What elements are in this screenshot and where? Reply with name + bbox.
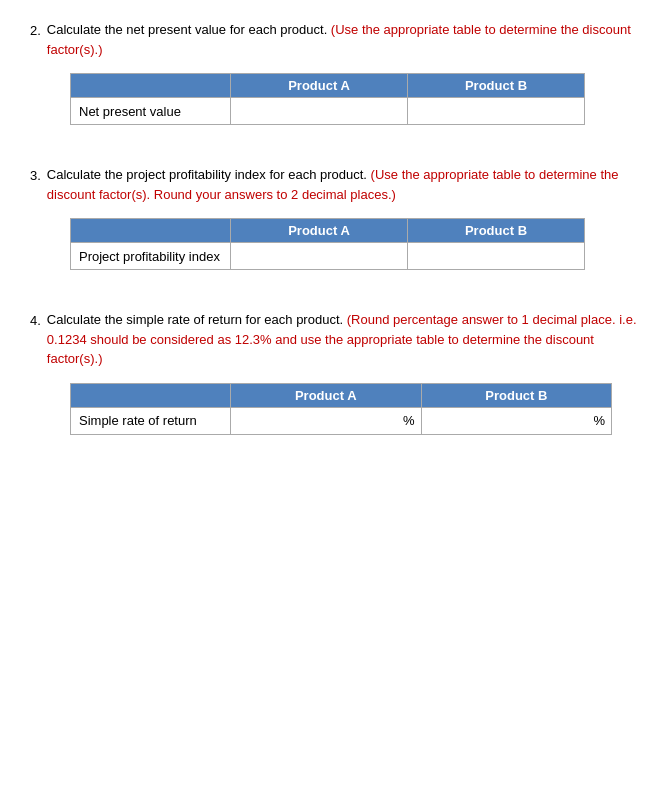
question-2: 2. Calculate the net present value for e… [30, 20, 641, 125]
question-4-table: Product A Product B Simple rate of retur… [70, 383, 612, 435]
question-3-table-wrapper: Product A Product B Project profitabilit… [70, 218, 641, 270]
q4-input-val1[interactable] [235, 413, 403, 428]
q2-header-empty [71, 74, 231, 98]
question-4-label: 4. Calculate the simple rate of return f… [30, 310, 641, 369]
q2-cell-val1[interactable] [231, 98, 408, 125]
q3-header-col2: Product B [408, 219, 585, 243]
q2-cell-val2[interactable] [408, 98, 585, 125]
q4-header-col2: Product B [421, 383, 612, 407]
q4-header-empty [71, 383, 231, 407]
question-3-table: Product A Product B Project profitabilit… [70, 218, 585, 270]
question-4-red: (Round percentage answer to 1 decimal pl… [47, 312, 637, 366]
q2-row-label: Net present value [71, 98, 231, 125]
question-2-red: (Use the appropriate table to determine … [47, 22, 631, 57]
question-3-number: 3. [30, 165, 41, 204]
q2-input-val1[interactable] [235, 104, 403, 119]
q3-cell-val2[interactable] [408, 243, 585, 270]
q2-input-val2[interactable] [412, 104, 580, 119]
q4-cell-val2[interactable]: % [421, 407, 612, 434]
q4-row-srr: Simple rate of return % % [71, 407, 612, 434]
question-3-red: (Use the appropriate table to determine … [47, 167, 619, 202]
question-4: 4. Calculate the simple rate of return f… [30, 310, 641, 435]
question-2-table: Product A Product B Net present value [70, 73, 585, 125]
q4-unit1: % [403, 413, 417, 428]
q4-unit2: % [594, 413, 608, 428]
question-4-text: Calculate the simple rate of return for … [47, 310, 641, 369]
q3-row-label: Project profitability index [71, 243, 231, 270]
question-2-number: 2. [30, 20, 41, 59]
q4-header-col1: Product A [231, 383, 422, 407]
question-3-text: Calculate the project profitability inde… [47, 165, 641, 204]
q3-header-empty [71, 219, 231, 243]
question-3-label: 3. Calculate the project profitability i… [30, 165, 641, 204]
question-2-table-wrapper: Product A Product B Net present value [70, 73, 641, 125]
q4-cell-val1[interactable]: % [231, 407, 422, 434]
q2-header-col1: Product A [231, 74, 408, 98]
q3-input-val1[interactable] [235, 249, 403, 264]
q4-row-label: Simple rate of return [71, 407, 231, 434]
q4-input-val2[interactable] [426, 413, 594, 428]
question-2-label: 2. Calculate the net present value for e… [30, 20, 641, 59]
q3-input-val2[interactable] [412, 249, 580, 264]
question-2-text: Calculate the net present value for each… [47, 20, 641, 59]
question-3: 3. Calculate the project profitability i… [30, 165, 641, 270]
question-4-number: 4. [30, 310, 41, 369]
q3-header-col1: Product A [231, 219, 408, 243]
q2-header-col2: Product B [408, 74, 585, 98]
q3-row-ppi: Project profitability index [71, 243, 585, 270]
q3-cell-val1[interactable] [231, 243, 408, 270]
q2-row-npv: Net present value [71, 98, 585, 125]
question-4-table-wrapper: Product A Product B Simple rate of retur… [70, 383, 641, 435]
